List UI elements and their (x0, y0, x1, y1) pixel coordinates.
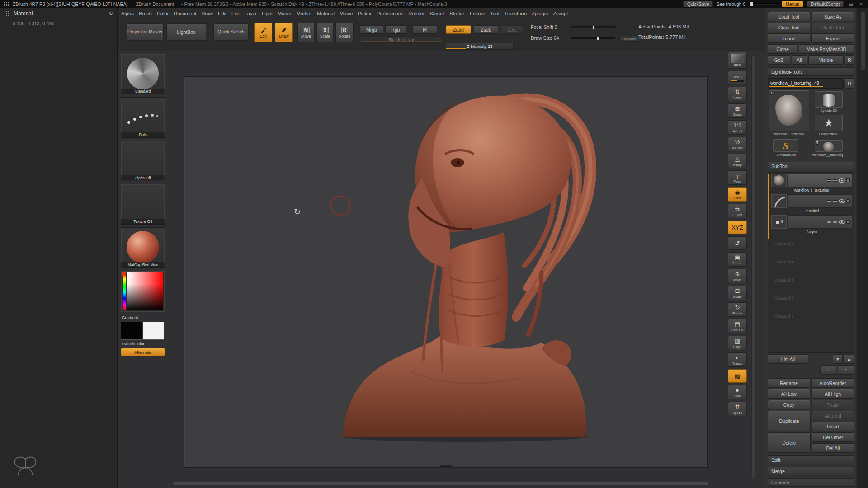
see-through-slider[interactable] (749, 3, 778, 5)
close-icon[interactable]: ✕ (858, 2, 864, 7)
panel-scroll-edge[interactable] (857, 8, 868, 488)
current-texture-thumb[interactable]: Texture Off (121, 184, 165, 225)
lightbox-tools-header[interactable]: Lightbox▸Tools (768, 67, 854, 76)
current-brush-thumb[interactable]: Standard (121, 54, 165, 94)
uv-toggle-icon[interactable] (833, 179, 837, 182)
menu-item[interactable]: Document (174, 11, 196, 16)
rename-button[interactable]: Rename (768, 378, 810, 388)
gradient-label[interactable]: Gradient (122, 315, 165, 320)
menu-item[interactable]: Brush (139, 11, 152, 16)
rgb-button[interactable]: Rgb (385, 25, 406, 34)
autoreorder-button[interactable]: AutoReorder (811, 378, 854, 388)
paint-toggle-icon[interactable] (846, 220, 850, 224)
projection-master-button[interactable]: Projection Master (127, 23, 164, 41)
subtool-slot-empty[interactable]: Unused 7 (768, 307, 854, 325)
goz-r-button[interactable]: R (845, 55, 854, 65)
select-down-button[interactable]: ▼ (833, 354, 843, 364)
uv-toggle-icon[interactable] (833, 221, 837, 223)
make-polymesh3d-button[interactable]: Make PolyMesh3D (799, 44, 854, 54)
menu-item[interactable]: Texture (469, 11, 485, 16)
document-resize-notch[interactable] (439, 465, 453, 468)
subtool-item-tentakel[interactable]: Tentakel (771, 194, 852, 214)
color-picker[interactable] (121, 271, 165, 312)
all-low-button[interactable]: All Low (768, 389, 810, 399)
visibility-eye-icon[interactable] (839, 199, 845, 203)
draw-size-slider[interactable] (571, 37, 616, 39)
move-canvas-button[interactable]: ⊕ Move (728, 269, 747, 283)
floor-button[interactable]: ┬ Floor (728, 170, 747, 185)
menu-item[interactable]: Movie (340, 11, 353, 16)
tool-thumb-polymesh[interactable]: ★ (815, 115, 843, 131)
paint-toggle-icon[interactable] (846, 199, 850, 203)
polypaint-toggle-icon[interactable] (827, 221, 831, 223)
subtool-slot-empty[interactable]: Unused 5 (768, 271, 854, 289)
menu-item[interactable]: Transform (504, 11, 527, 16)
copy-subtool-button[interactable]: Copy (768, 400, 810, 409)
material-palette-header[interactable]: Material ↻ (0, 8, 117, 19)
spin-icon[interactable]: ↺ (728, 236, 747, 250)
paste-tool-button[interactable]: Paste Tool (811, 23, 854, 32)
append-button[interactable]: Append (812, 411, 854, 420)
subtool-button[interactable] (788, 194, 852, 208)
solo-button[interactable]: ● Solo (728, 385, 747, 399)
tool-thumb-cylinder[interactable] (815, 91, 843, 108)
switchcolor-label[interactable]: SwitchColor (122, 341, 165, 346)
subtool-slot-empty[interactable]: Unused 3 (768, 235, 854, 253)
menu-item[interactable]: Zplugin (532, 11, 548, 16)
menu-item[interactable]: Zscript (553, 11, 568, 16)
rotate-button[interactable]: R Rotate (335, 23, 354, 42)
refresh-icon[interactable]: ↻ (108, 10, 113, 17)
aahalf-button[interactable]: ½ AAHalf (728, 137, 747, 151)
menu-item[interactable]: Edit (218, 11, 226, 16)
menu-item[interactable]: Light (262, 11, 273, 16)
window-menu-icon[interactable]: ▤ (847, 2, 854, 7)
visibility-eye-icon[interactable] (839, 220, 845, 224)
menu-item[interactable]: File (231, 11, 240, 16)
all-high-button[interactable]: All High (811, 389, 854, 399)
duplicate-button[interactable]: Duplicate (768, 411, 811, 431)
menu-item[interactable]: Color (157, 11, 169, 16)
line-fill-button[interactable]: ▤ Line Fill (728, 319, 747, 333)
menu-item[interactable]: Picker (358, 11, 372, 16)
xpose-button[interactable]: ⇈ Xpose (728, 402, 747, 416)
clone-button[interactable]: Clone (768, 44, 797, 54)
menu-item[interactable]: Render (408, 11, 425, 16)
frame-button[interactable]: ▣ Frame (728, 252, 747, 267)
merge-section-header[interactable]: Merge (768, 467, 854, 475)
subtool-button[interactable] (788, 215, 852, 229)
menu-item[interactable]: Alpha (121, 11, 134, 16)
vertical-scrollbar[interactable] (751, 55, 755, 478)
zcut-button[interactable]: Zcut (501, 25, 524, 34)
hue-strip[interactable] (123, 272, 126, 310)
sculpt-canvas[interactable]: Standard Dots Alpha Off Texture Off MatC… (118, 51, 765, 488)
uv-toggle-icon[interactable] (833, 200, 837, 202)
subtool-item-workflow[interactable]: workflow_I_texturing (771, 174, 852, 193)
rgb-intensity-slider[interactable]: Rgb Intensity (361, 36, 442, 43)
spix-slider[interactable]: SPix 3 (728, 71, 747, 84)
subtool-thumbnail[interactable] (771, 194, 787, 208)
default-zscript-button[interactable]: DefaultZScript (807, 1, 844, 7)
polypaint-toggle-icon[interactable] (827, 179, 831, 182)
paint-toggle-icon[interactable] (846, 178, 850, 182)
tool-r-button[interactable]: R (845, 78, 854, 89)
list-all-button[interactable]: List All (768, 354, 808, 364)
polypaint-toggle-icon[interactable] (827, 200, 831, 202)
select-up-button[interactable]: ▲ (844, 354, 854, 364)
scale-canvas-button[interactable]: ⊡ Scale (728, 286, 747, 300)
move-subtool-down-button[interactable]: ↓ (820, 365, 836, 375)
zbrush-document[interactable] (184, 76, 708, 468)
menu-item[interactable]: Stroke (449, 11, 464, 16)
local-button[interactable]: ◉ Local (728, 187, 747, 202)
menu-item[interactable]: Stencil (429, 11, 444, 16)
insert-button[interactable]: Insert (812, 422, 854, 431)
quicksave-button[interactable]: QuickSave (683, 1, 713, 7)
lightbox-button[interactable]: LightBox (166, 23, 206, 41)
split-section-header[interactable]: Split (768, 455, 854, 464)
menu-item[interactable]: Layer (245, 11, 257, 16)
delete-button[interactable]: Delete (768, 432, 811, 453)
menus-button[interactable]: Menus (782, 1, 803, 7)
menu-item[interactable]: Preferences (377, 11, 403, 16)
current-stroke-thumb[interactable]: Dots (121, 97, 165, 138)
spix-track[interactable] (731, 80, 744, 82)
menu-item[interactable]: Material (317, 11, 335, 16)
